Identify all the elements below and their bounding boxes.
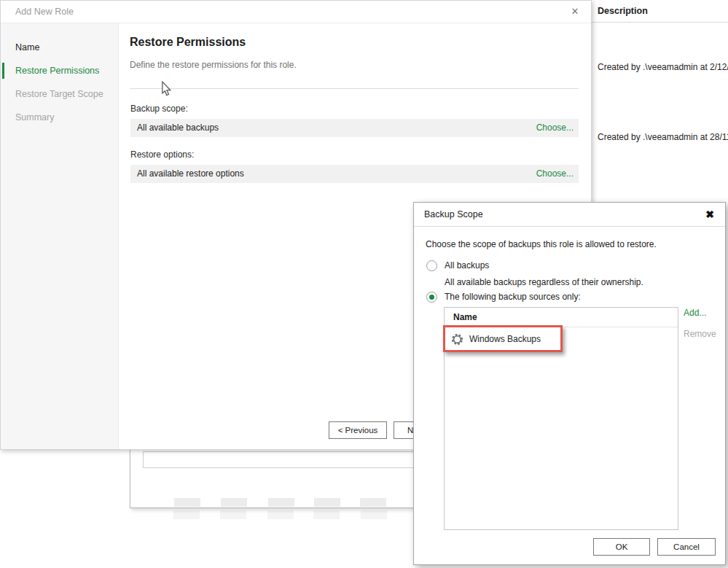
dimmed-button-placeholder bbox=[173, 510, 200, 519]
name-column-header: Name bbox=[453, 308, 477, 327]
restore-options-value: All available restore options bbox=[137, 165, 244, 183]
dimmed-button-placeholder bbox=[360, 498, 386, 507]
list-header: Name bbox=[445, 308, 678, 327]
wizard-titlebar: Add New Role ✕ bbox=[1, 1, 591, 23]
sidebar-item-summary[interactable]: Summary bbox=[1, 106, 118, 129]
backup-scope-label: Backup scope: bbox=[130, 104, 188, 114]
sidebar-item-restore-target-scope[interactable]: Restore Target Scope bbox=[1, 82, 118, 106]
close-icon[interactable]: ✖ bbox=[702, 203, 718, 226]
dimmed-list-outline bbox=[143, 451, 414, 468]
restore-options-row: All available restore options Choose... bbox=[130, 165, 579, 183]
wizard-title: Add New Role bbox=[15, 1, 74, 23]
role-description-row: Created by .\veeamadmin at 2/12/ bbox=[598, 62, 728, 72]
dimmed-underlying-window bbox=[130, 449, 414, 508]
list-item-windows-backups[interactable]: Windows Backups bbox=[445, 327, 678, 351]
column-header-divider bbox=[592, 22, 728, 23]
dimmed-button-placeholder bbox=[221, 498, 247, 507]
dialog-prompt: Choose the scope of backups this role is… bbox=[426, 239, 657, 249]
dimmed-button-placeholder bbox=[267, 510, 294, 519]
dimmed-button-placeholder bbox=[313, 510, 340, 519]
previous-button[interactable]: < Previous bbox=[329, 421, 387, 439]
close-icon[interactable]: ✕ bbox=[568, 1, 582, 23]
restore-options-choose-link[interactable]: Choose... bbox=[536, 165, 574, 183]
radio-all-backups-label[interactable]: All backups bbox=[445, 260, 489, 271]
backup-sources-list: Name Windows Backups bbox=[444, 307, 678, 530]
radio-sources-only-label[interactable]: The following backup sources only: bbox=[445, 292, 581, 302]
page-title: Restore Permissions bbox=[130, 36, 246, 49]
dialog-titlebar: Backup Scope ✖ bbox=[414, 203, 725, 227]
ok-button[interactable]: OK bbox=[593, 538, 650, 556]
sidebar-item-restore-permissions[interactable]: Restore Permissions bbox=[1, 59, 118, 82]
dimmed-button-placeholder bbox=[220, 510, 246, 519]
sidebar-item-label: Restore Target Scope bbox=[15, 89, 103, 99]
radio-sources-only[interactable] bbox=[426, 292, 437, 303]
backup-scope-value: All available backups bbox=[137, 119, 219, 137]
gear-icon bbox=[451, 333, 463, 349]
active-step-bar bbox=[2, 63, 4, 79]
section-divider bbox=[130, 88, 579, 89]
dimmed-button-placeholder bbox=[268, 498, 294, 507]
wizard-step-sidebar: Name Restore Permissions Restore Target … bbox=[1, 23, 119, 449]
list-item-label: Windows Backups bbox=[469, 327, 541, 351]
dimmed-button-placeholder bbox=[361, 510, 387, 519]
sidebar-item-label: Name bbox=[15, 42, 39, 52]
add-link[interactable]: Add... bbox=[684, 308, 706, 318]
mouse-cursor-icon bbox=[160, 81, 173, 100]
radio-all-backups-description: All available backups regardless of thei… bbox=[445, 277, 643, 287]
remove-link: Remove bbox=[684, 329, 716, 339]
sidebar-item-name[interactable]: Name bbox=[1, 36, 118, 59]
cancel-button[interactable]: Cancel bbox=[657, 538, 716, 556]
sidebar-item-label: Restore Permissions bbox=[15, 66, 99, 76]
description-column-header: Description bbox=[598, 0, 728, 22]
sidebar-item-label: Summary bbox=[15, 112, 54, 122]
dimmed-button-placeholder bbox=[314, 498, 340, 507]
dialog-title: Backup Scope bbox=[424, 203, 483, 226]
dimmed-button-placeholder bbox=[174, 498, 200, 507]
backup-scope-dialog: Backup Scope ✖ Choose the scope of backu… bbox=[413, 202, 726, 565]
page-subtitle: Define the restore permissions for this … bbox=[130, 60, 297, 70]
restore-options-label: Restore options: bbox=[130, 149, 194, 160]
backup-scope-row: All available backups Choose... bbox=[130, 119, 579, 137]
radio-all-backups[interactable] bbox=[426, 260, 437, 271]
backup-scope-choose-link[interactable]: Choose... bbox=[536, 119, 574, 137]
role-description-row: Created by .\veeamadmin at 28/11 bbox=[598, 132, 728, 142]
